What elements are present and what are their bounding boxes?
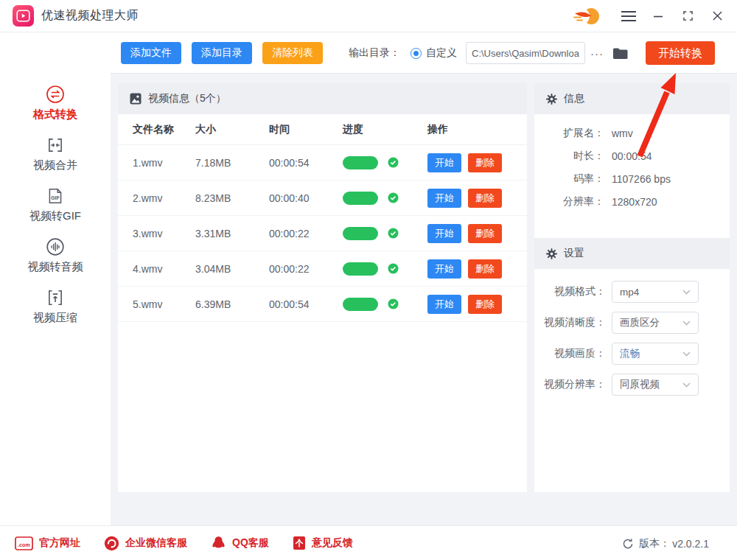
footer-link-label: 企业微信客服 (125, 536, 187, 550)
check-circle-icon (388, 192, 399, 203)
video-to-gif-icon: GIF (46, 186, 65, 206)
video-quality-select[interactable]: 流畅 (612, 343, 699, 365)
file-time: 00:00:54 (269, 298, 343, 310)
side-panel: 信息 扩展名：wmv 时长：00:00:54 码率：1107266 bps 分辨… (534, 83, 730, 492)
gear-icon (546, 94, 557, 105)
qq-support-link[interactable]: QQ客服 (211, 536, 269, 551)
check-circle-icon (388, 228, 399, 239)
start-button[interactable]: 开始 (427, 259, 461, 279)
file-name: 4.wmv (118, 263, 195, 275)
progress-bar (343, 192, 378, 205)
file-size: 8.23MB (195, 192, 269, 204)
check-circle-icon (388, 298, 399, 309)
chevron-down-icon (682, 321, 691, 326)
info-value: wmv (612, 127, 633, 139)
start-button[interactable]: 开始 (427, 295, 461, 314)
app-logo-icon (13, 5, 34, 27)
col-actions: 操作 (427, 123, 527, 136)
file-size: 6.39MB (195, 298, 269, 310)
file-size: 3.04MB (195, 263, 269, 275)
wechat-work-support-link[interactable]: 企业微信客服 (104, 536, 187, 551)
delete-button[interactable]: 删除 (468, 295, 502, 314)
official-website-link[interactable]: .com 官方网址 (15, 536, 80, 550)
sidebar-item-video-to-gif[interactable]: GIF 视频转GIF (0, 186, 111, 223)
check-circle-icon (388, 157, 399, 168)
file-size: 7.18MB (195, 157, 269, 169)
sidebar-item-format-convert[interactable]: 格式转换 (0, 85, 111, 122)
footer-link-label: 官方网址 (39, 536, 80, 550)
start-convert-button[interactable]: 开始转换 (646, 41, 715, 65)
browse-more-button[interactable]: ··· (590, 47, 604, 60)
start-button[interactable]: 开始 (427, 189, 461, 208)
video-compress-icon (46, 288, 65, 307)
progress-bar (343, 227, 378, 240)
feedback-link[interactable]: 意见反馈 (293, 536, 353, 550)
delete-button[interactable]: 删除 (468, 259, 502, 279)
footer-link-label: QQ客服 (232, 536, 269, 550)
file-time: 00:00:22 (269, 263, 343, 275)
boost-rocket-icon[interactable] (572, 7, 601, 26)
col-filename: 文件名称 (118, 123, 195, 136)
sidebar-item-label: 视频压缩 (33, 310, 77, 325)
custom-radio[interactable] (411, 48, 422, 59)
sidebar-item-label: 格式转换 (33, 107, 77, 122)
delete-button[interactable]: 删除 (468, 153, 502, 172)
delete-button[interactable]: 删除 (468, 189, 502, 208)
info-label: 扩展名： (534, 127, 604, 140)
table-row[interactable]: 5.wmv 6.39MB 00:00:54 开始 删除 (118, 287, 527, 322)
wechat-work-icon (104, 536, 119, 551)
setting-label: 视频分辨率： (534, 378, 606, 391)
sidebar-item-label: 视频合并 (33, 158, 77, 172)
file-name: 1.wmv (118, 157, 195, 169)
add-file-button[interactable]: 添加文件 (121, 42, 181, 64)
file-time: 00:00:22 (269, 228, 343, 239)
start-button[interactable]: 开始 (427, 153, 461, 172)
picture-icon (130, 93, 142, 105)
check-circle-icon (388, 263, 399, 274)
info-list: 扩展名：wmv 时长：00:00:54 码率：1107266 bps 分辨率：1… (534, 114, 730, 213)
sidebar-item-video-merge[interactable]: 视频合并 (0, 136, 111, 172)
video-list-header: 视频信息（5个） (118, 83, 527, 114)
table-row[interactable]: 4.wmv 3.04MB 00:00:22 开始 删除 (118, 251, 527, 287)
sidebar-item-label: 视频转GIF (29, 209, 81, 223)
video-list-panel: 视频信息（5个） 文件名称 大小 时间 进度 操作 1.wmv 7.18MB 0… (118, 83, 527, 492)
add-directory-button[interactable]: 添加目录 (192, 42, 252, 64)
col-time: 时间 (269, 123, 343, 136)
main-content: 视频信息（5个） 文件名称 大小 时间 进度 操作 1.wmv 7.18MB 0… (111, 74, 737, 525)
open-folder-icon[interactable] (612, 47, 628, 60)
chevron-down-icon (682, 290, 691, 295)
clear-list-button[interactable]: 清除列表 (262, 42, 323, 64)
maximize-icon[interactable] (675, 4, 700, 29)
video-resolution-select[interactable]: 同原视频 (612, 374, 699, 396)
refresh-icon[interactable] (622, 538, 634, 550)
toolbar: 添加文件 添加目录 清除列表 输出目录： 自定义 ··· 开始转换 (111, 33, 737, 74)
qq-icon (211, 536, 226, 551)
video-format-select[interactable]: mp4 (612, 281, 699, 303)
output-path-input[interactable] (466, 42, 585, 64)
file-name: 5.wmv (118, 298, 195, 310)
video-clarity-select[interactable]: 画质区分 (612, 312, 699, 334)
gear-icon (546, 248, 557, 259)
info-panel-title: 信息 (564, 92, 584, 105)
start-button[interactable]: 开始 (427, 224, 461, 243)
close-icon[interactable] (705, 4, 730, 29)
minimize-icon[interactable] (646, 4, 671, 29)
app-window: 优速视频处理大师 (0, 0, 737, 560)
file-time: 00:00:54 (269, 157, 343, 169)
file-name: 2.wmv (118, 192, 195, 204)
sidebar: 格式转换 视频合并 GIF 视频转GIF 视频转音频 (0, 33, 111, 525)
progress-bar (343, 156, 378, 169)
sidebar-item-video-compress[interactable]: 视频压缩 (0, 288, 111, 325)
sidebar-item-video-to-audio[interactable]: 视频转音频 (0, 237, 111, 274)
table-row[interactable]: 1.wmv 7.18MB 00:00:54 开始 删除 (118, 145, 527, 181)
delete-button[interactable]: 删除 (468, 224, 502, 243)
table-row[interactable]: 3.wmv 3.31MB 00:00:22 开始 删除 (118, 216, 527, 251)
chevron-down-icon (682, 351, 691, 357)
table-row[interactable]: 2.wmv 8.23MB 00:00:40 开始 删除 (118, 181, 527, 216)
settings-list: 视频格式： mp4 视频清晰度： 画质区分 视频画质： (534, 269, 730, 400)
menu-icon[interactable] (616, 4, 641, 29)
col-progress: 进度 (343, 123, 427, 136)
output-dir-label: 输出目录： (349, 46, 400, 60)
settings-panel-title: 设置 (564, 247, 584, 260)
setting-label: 视频清晰度： (534, 316, 606, 329)
